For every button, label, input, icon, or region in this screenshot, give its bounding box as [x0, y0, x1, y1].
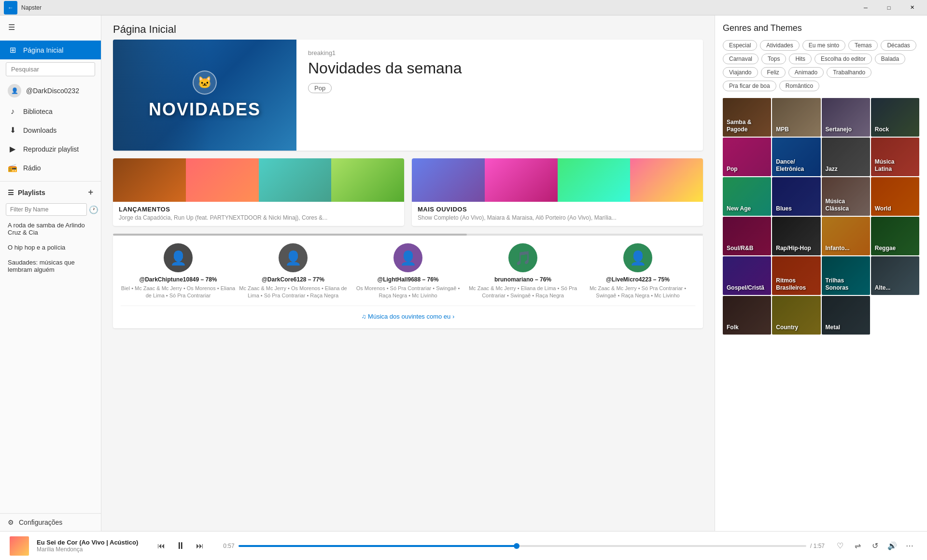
listener-name-1: @DarkCore6128 – 77% [236, 276, 351, 283]
card-lancamentos[interactable]: LANÇAMENTOS Jorge da Capadócia, Run Up (… [113, 158, 404, 226]
tag-temas[interactable]: Temas [848, 40, 878, 51]
settings-item[interactable]: ⚙ Configurações [0, 514, 101, 531]
shuffle-button[interactable]: ⇌ [850, 538, 865, 554]
prev-button[interactable]: ⏮ [154, 538, 169, 554]
tag-carnaval[interactable]: Carnaval [723, 54, 758, 64]
genre-label: Jazz [826, 166, 838, 173]
tag-feliz[interactable]: Feliz [761, 67, 786, 78]
genre-card-blues[interactable]: Blues [772, 177, 820, 216]
genre-card-folk[interactable]: Folk [723, 296, 771, 335]
sidebar-user[interactable]: 👤 @DarkDisco0232 [0, 79, 101, 102]
tag-balada[interactable]: Balada [875, 54, 905, 64]
genre-label: Folk [727, 324, 739, 332]
genre-card-latina[interactable]: MúsicaLatina [871, 138, 919, 176]
tag-tops[interactable]: Tops [761, 54, 786, 64]
progress-bar[interactable] [239, 545, 806, 547]
settings-icon: ⚙ [8, 518, 14, 526]
tag-escolha-do-editor[interactable]: Escolha do editor [815, 54, 872, 64]
repeat-button[interactable]: ↺ [867, 538, 883, 554]
listeners-footer[interactable]: ♫ Música dos ouvintes como eu › [121, 306, 695, 321]
volume-button[interactable]: 🔊 [885, 538, 900, 554]
home-icon: ⊞ [8, 45, 17, 55]
genre-card-newage[interactable]: New Age [723, 177, 771, 216]
tag-trabalhando[interactable]: Trabalhando [827, 67, 871, 78]
genre-card-world[interactable]: World [871, 177, 919, 216]
player-bar: Eu Sei de Cor (Ao Vivo | Acústico) Maríl… [0, 531, 927, 560]
card-img-5 [412, 158, 485, 202]
playlist-item-2[interactable]: O hip hop e a polícia [0, 240, 101, 255]
filter-icon[interactable]: 🕐 [89, 204, 98, 215]
listener-item-1[interactable]: 👤 @DarkCore6128 – 77% Mc Zaac & Mc Jerry… [236, 243, 351, 300]
tag-atividades[interactable]: Atividades [760, 40, 799, 51]
player-artist: Marília Mendonça [37, 546, 138, 553]
listener-avatar-1: 👤 [279, 243, 308, 272]
titlebar-left: ← Napster [4, 1, 42, 14]
genre-card-soul[interactable]: Soul/R&B [723, 217, 771, 255]
sidebar-item-playlist[interactable]: ▶ Reproduzir playlist [0, 140, 101, 158]
sidebar-item-library[interactable]: ♪ Biblioteca [0, 102, 101, 121]
genre-card-dance[interactable]: Dance/Eletrônica [772, 138, 820, 176]
player-track: Eu Sei de Cor (Ao Vivo | Acústico) [37, 539, 138, 546]
genre-card-trilhas[interactable]: TrilhasSonoras [822, 256, 870, 295]
genre-label: Samba &Pagode [727, 119, 751, 134]
maximize-button[interactable]: □ [878, 0, 900, 15]
tag-romântico[interactable]: Romântico [779, 81, 819, 91]
listener-item-4[interactable]: 👤 @LiveMicro4223 – 75% Mc Zaac & Mc Jerr… [580, 243, 695, 300]
search-input[interactable] [6, 62, 95, 76]
listener-item-2[interactable]: 👤 @LightHall9688 – 76% Os Morenos • Só P… [351, 243, 465, 300]
more-button[interactable]: ⋯ [902, 538, 917, 554]
playlist-item-1[interactable]: A roda de samba de Arlindo Cruz & Cia [0, 218, 101, 240]
genre-card-gospel[interactable]: Gospel/Cristã [723, 256, 771, 295]
genre-card-metal[interactable]: Metal [822, 296, 870, 335]
avatar: 👤 [8, 84, 21, 98]
tag-eu-me-sinto[interactable]: Eu me sinto [802, 40, 845, 51]
genre-card-ritmos[interactable]: RitmosBrasileiros [772, 256, 820, 295]
listener-item-0[interactable]: 👤 @DarkChiptune10849 – 78% Biel • Mc Zaa… [121, 243, 236, 300]
tag-animado[interactable]: Animado [788, 67, 824, 78]
genre-card-mpb[interactable]: MPB [772, 98, 820, 137]
genre-card-rock[interactable]: Rock [871, 98, 919, 137]
tag-hits[interactable]: Hits [789, 54, 812, 64]
next-button[interactable]: ⏭ [192, 538, 208, 554]
player-thumbnail [10, 536, 29, 556]
sidebar-item-radio[interactable]: 📻 Rádio [0, 158, 101, 177]
genre-card-sertanejo[interactable]: Sertanejo [822, 98, 870, 137]
filter-input[interactable] [6, 203, 87, 216]
genre-card-country[interactable]: Country [772, 296, 820, 335]
genre-label: MúsicaLatina [875, 158, 895, 173]
sidebar-item-home[interactable]: ⊞ Página Inicial [0, 41, 101, 59]
genre-card-jazz[interactable]: Jazz [822, 138, 870, 176]
listener-item-3[interactable]: 🎵 brunomariano – 76% Mc Zaac & Mc Jerry … [465, 243, 580, 300]
pause-button[interactable]: ⏸ [173, 538, 188, 554]
sidebar-item-downloads[interactable]: ⬇ Downloads [0, 121, 101, 140]
playlist-item-3[interactable]: Saudades: músicas que lembram alguém [0, 255, 101, 277]
genre-card-alte[interactable]: Alte... [871, 256, 919, 295]
genre-card-classica[interactable]: MúsicaClássica [822, 177, 870, 216]
hero-section[interactable]: 🐱 NOVIDADES breaking1 Novidades da seman… [113, 40, 703, 151]
card-maisOuvidos[interactable]: MAIS OUVIDOS Show Completo (Ao Vivo), Ma… [412, 158, 703, 226]
menu-icon[interactable]: ☰ [2, 17, 21, 37]
genre-card-reggae[interactable]: Reggae [871, 217, 919, 255]
tag-viajando[interactable]: Viajando [723, 67, 758, 78]
genre-card-samba[interactable]: Samba &Pagode [723, 98, 771, 137]
lancamentos-title: LANÇAMENTOS [119, 206, 398, 213]
listener-tracks-1: Mc Zaac & Mc Jerry • Os Morenos • Eliana… [236, 285, 351, 300]
listeners-link[interactable]: ♫ Música dos ouvintes como eu › [362, 313, 455, 320]
tag-décadas[interactable]: Décadas [881, 40, 916, 51]
listener-avatar-2: 👤 [393, 243, 422, 272]
tag-especial[interactable]: Especial [723, 40, 757, 51]
genre-card-pop[interactable]: Pop [723, 138, 771, 176]
hero-tag[interactable]: Pop [308, 83, 332, 93]
minimize-button[interactable]: ─ [855, 0, 877, 15]
page-title: Página Inicial [101, 15, 715, 40]
genre-label: Metal [826, 324, 841, 332]
genre-card-raphiphop[interactable]: Rap/Hip-Hop [772, 217, 820, 255]
like-button[interactable]: ♡ [832, 538, 848, 554]
back-button[interactable]: ← [4, 1, 17, 14]
tag-pra-ficar-de-boa[interactable]: Pra ficar de boa [723, 81, 776, 91]
close-button[interactable]: ✕ [901, 0, 923, 15]
genre-label: Blues [776, 205, 792, 213]
listener-avatar-3: 🎵 [508, 243, 537, 272]
add-playlist-button[interactable]: + [88, 187, 93, 197]
genre-card-infanto[interactable]: Infanto... [822, 217, 870, 255]
